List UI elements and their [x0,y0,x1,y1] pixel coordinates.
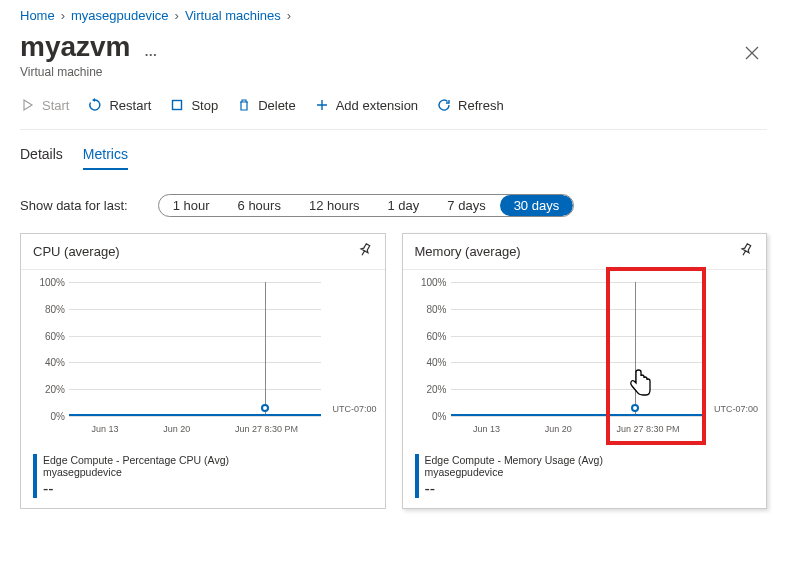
pill-7d[interactable]: 7 days [433,195,499,216]
tab-metrics[interactable]: Metrics [83,146,128,170]
legend-value: -- [43,480,229,498]
data-point-marker [261,404,269,412]
stop-icon [169,97,185,113]
metric-cards: CPU (average) 100% 80% 60% 40% 20% 0% Ju… [20,233,767,509]
pill-1h[interactable]: 1 hour [159,195,224,216]
toolbar: Start Restart Stop Delete Add extension … [20,97,767,130]
trash-icon [236,97,252,113]
pill-6h[interactable]: 6 hours [224,195,295,216]
time-filter-row: Show data for last: 1 hour 6 hours 12 ho… [20,194,767,217]
y-label: 40% [33,357,65,368]
y-label: 40% [415,357,447,368]
legend-value: -- [425,480,603,498]
x-label: Jun 27 8:30 PM [235,424,298,434]
x-label: Jun 13 [473,424,500,434]
time-range-selector[interactable]: 1 hour 6 hours 12 hours 1 day 7 days 30 … [158,194,575,217]
start-label: Start [42,98,69,113]
add-extension-button[interactable]: Add extension [314,97,418,113]
pin-icon[interactable] [357,242,373,261]
time-filter-label: Show data for last: [20,198,128,213]
refresh-button[interactable]: Refresh [436,97,504,113]
more-menu-button[interactable]: … [144,44,157,59]
data-point-marker [631,404,639,412]
legend-color-bar [415,454,419,498]
x-label: Jun 20 [163,424,190,434]
refresh-icon [436,97,452,113]
legend-color-bar [33,454,37,498]
title-row: myazvm … Virtual machine [20,31,767,79]
data-line [69,414,321,416]
close-icon [745,46,759,60]
page-subtitle: Virtual machine [20,65,157,79]
restart-label: Restart [109,98,151,113]
refresh-label: Refresh [458,98,504,113]
tab-details[interactable]: Details [20,146,63,170]
restart-icon [87,97,103,113]
timezone-label: UTC-07:00 [332,404,376,414]
page-title: myazvm [20,31,131,63]
legend-title: Edge Compute - Memory Usage (Avg) [425,454,603,466]
close-button[interactable] [737,42,767,68]
cpu-card-title: CPU (average) [33,244,120,259]
x-label: Jun 27 8:30 PM [617,424,680,434]
y-label: 20% [415,384,447,395]
add-extension-label: Add extension [336,98,418,113]
y-label: 80% [33,304,65,315]
y-label: 60% [415,331,447,342]
chevron-right-icon: › [175,8,179,23]
pill-12h[interactable]: 12 hours [295,195,374,216]
x-axis-labels: Jun 13 Jun 20 Jun 27 8:30 PM [69,424,321,434]
chart-hover-line [635,282,636,416]
cpu-legend: Edge Compute - Percentage CPU (Avg) myas… [21,450,385,508]
y-label: 60% [33,331,65,342]
play-icon [20,97,36,113]
y-label: 0% [415,411,447,422]
stop-button[interactable]: Stop [169,97,218,113]
breadcrumb-vms[interactable]: Virtual machines [185,8,281,23]
breadcrumb-home[interactable]: Home [20,8,55,23]
y-label: 0% [33,411,65,422]
breadcrumb: Home › myasegpudevice › Virtual machines… [20,8,767,23]
memory-chart[interactable]: 100% 80% 60% 40% 20% 0% Jun 13 Jun 20 Ju… [403,270,767,450]
start-button: Start [20,97,69,113]
tabs: Details Metrics [20,146,767,170]
chevron-right-icon: › [287,8,291,23]
plus-icon [314,97,330,113]
breadcrumb-device[interactable]: myasegpudevice [71,8,169,23]
memory-legend: Edge Compute - Memory Usage (Avg) myaseg… [403,450,767,508]
legend-subtitle: myasegpudevice [425,466,603,478]
y-label: 80% [415,304,447,315]
y-label: 20% [33,384,65,395]
stop-label: Stop [191,98,218,113]
cpu-card: CPU (average) 100% 80% 60% 40% 20% 0% Ju… [20,233,386,509]
legend-title: Edge Compute - Percentage CPU (Avg) [43,454,229,466]
memory-card: Memory (average) 100% 80% 60% 40% 20% 0%… [402,233,768,509]
chevron-right-icon: › [61,8,65,23]
cpu-chart[interactable]: 100% 80% 60% 40% 20% 0% Jun 13 Jun 20 Ju… [21,270,385,450]
restart-button[interactable]: Restart [87,97,151,113]
delete-label: Delete [258,98,296,113]
x-label: Jun 20 [545,424,572,434]
delete-button[interactable]: Delete [236,97,296,113]
data-line [451,414,703,416]
pill-1d[interactable]: 1 day [374,195,434,216]
memory-card-title: Memory (average) [415,244,521,259]
timezone-label: UTC-07:00 [714,404,758,414]
pin-icon[interactable] [738,242,754,261]
chart-hover-line [265,282,266,416]
legend-subtitle: myasegpudevice [43,466,229,478]
svg-rect-0 [173,101,182,110]
y-label: 100% [33,277,65,288]
pill-30d[interactable]: 30 days [500,195,574,216]
x-label: Jun 13 [91,424,118,434]
x-axis-labels: Jun 13 Jun 20 Jun 27 8:30 PM [451,424,703,434]
y-label: 100% [415,277,447,288]
